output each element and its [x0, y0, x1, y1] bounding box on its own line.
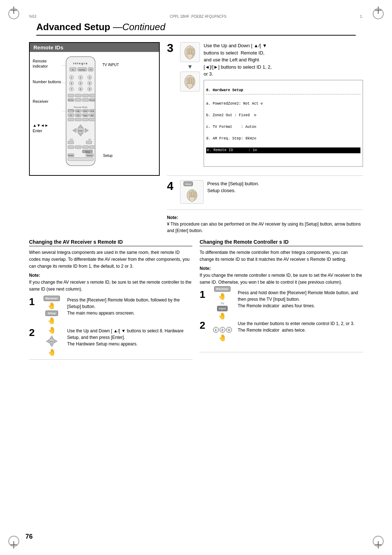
step4-hand-svg: Setup [182, 181, 202, 203]
svg-text:Standby: Standby [79, 69, 86, 71]
remote-ids-section: Remote IDs Remote indicator Number butto… [29, 42, 160, 234]
svg-text:CBL: CBL [76, 110, 80, 112]
svg-text:2: 2 [80, 76, 81, 79]
svg-text:DVD: DVD [83, 110, 87, 112]
svg-text:Tape: Tape [83, 114, 87, 117]
remote-step1-img: Receiver 🤚 TV Input 🤚 [211, 289, 234, 317]
svg-text:CH: CH [88, 138, 91, 141]
svg-rect-69 [82, 146, 89, 149]
section-title: Advanced Setup —Continued [36, 21, 356, 36]
step3-hand-images: ▼ [180, 42, 200, 92]
svg-text:Muting: Muting [87, 154, 92, 157]
divider-3-4 [167, 175, 363, 176]
svg-text:5: 5 [80, 82, 81, 85]
svg-marker-96 [50, 344, 54, 347]
note-top-text: ¥ This procedure can also be performed o… [167, 221, 363, 234]
svg-text:On: On [72, 69, 74, 71]
svg-text:9: 9 [89, 88, 90, 90]
svg-text:VCR: VCR [90, 110, 94, 112]
step4-text: Press the [Setup] button. Setup closes. [207, 180, 363, 194]
svg-text:CD: CD [77, 114, 79, 117]
lower-left: Changing the AV Receiver s Remote ID Whe… [29, 239, 192, 360]
page-number: 76 [25, 533, 33, 540]
step3-hand-svg-bottom [182, 73, 198, 91]
svg-rect-87 [189, 77, 191, 84]
svg-rect-32 [75, 98, 81, 101]
changing-remote-title: Changing the Remote Controller s ID [200, 239, 363, 246]
svg-text:MD: MD [91, 114, 94, 117]
step3-hand-svg-top [182, 43, 198, 61]
svg-text:3: 3 [89, 76, 90, 79]
number-buttons: 1 2 3 [213, 327, 232, 333]
svg-rect-70 [89, 146, 95, 149]
av-step2-img: 🤚 Enter 🤚 [40, 328, 64, 355]
label-number-buttons: Number buttons [33, 79, 62, 84]
num-btn-1: 1 [213, 327, 219, 333]
svg-rect-55 [82, 118, 89, 121]
svg-text:TV: TV [90, 69, 92, 71]
svg-rect-53 [68, 118, 74, 121]
lower-right-bottom-divider [200, 352, 363, 352]
svg-line-78 [62, 63, 66, 66]
step3-menu: 8. Hardware Setup a. PoweredZone2: Not A… [204, 80, 363, 167]
num-btn-2: 2 [220, 327, 225, 333]
label-remote-indicator: Remote indicator [33, 58, 62, 69]
lower-left-bottom-divider [29, 359, 192, 360]
svg-text:Rcvr: Rcvr [69, 110, 73, 112]
num-btn-3: 3 [226, 327, 232, 333]
header-right: 1. [360, 15, 363, 19]
svg-text:TV On: TV On [68, 99, 74, 101]
svg-text:TV CH: TV CH [90, 99, 95, 101]
svg-rect-29 [89, 94, 95, 97]
divider-after-4 [167, 210, 363, 210]
remote-step2-text: Use the number buttons to enter remote c… [238, 320, 363, 333]
step3-number: 3 [167, 42, 176, 170]
step3-text-area: Use the Up and Down [ ▲/[ ▼ buttons to s… [204, 42, 363, 167]
svg-text:VOL: VOL [70, 138, 73, 141]
changing-av-body: When several Integra components are used… [29, 249, 192, 270]
svg-text:1: 1 [71, 76, 72, 79]
svg-rect-66 [86, 141, 92, 144]
changing-remote-note: Note: If you change the remote controlle… [200, 265, 363, 286]
remote-step2-img: 1 2 3 🤚 [211, 320, 234, 348]
setup-label: Setup [103, 154, 113, 158]
svg-marker-95 [50, 336, 54, 339]
svg-rect-33 [82, 98, 89, 101]
svg-rect-27 [75, 94, 81, 97]
remote-step1: 1 Receiver 🤚 TV Input 🤚 Press and hold d… [200, 289, 363, 317]
step3-text: Use the Up and Down [ ▲/[ ▼ buttons to s… [204, 42, 363, 78]
svg-rect-92 [189, 192, 191, 197]
step4-number: 4 [167, 180, 176, 204]
remote-ids-box: Remote IDs Remote indicator Number butto… [29, 42, 160, 176]
svg-text:Stndby: Stndby [68, 154, 74, 157]
label-receiver: Receiver [33, 99, 62, 104]
svg-rect-54 [75, 118, 81, 121]
svg-marker-97 [46, 339, 49, 343]
svg-text:8: 8 [80, 88, 81, 90]
svg-rect-77 [68, 158, 93, 161]
svg-text:Setup: Setup [185, 183, 191, 185]
remote-svg: Integra On Standby TV 1 [62, 55, 101, 171]
remote-step1-text: Press and hold down the [Receiver] Remot… [238, 289, 363, 309]
lower-right: Changing the Remote Controller s ID To d… [200, 239, 363, 360]
remote-step2: 2 1 2 3 🤚 Use the number buttons to ente… [200, 320, 363, 348]
svg-rect-67 [68, 146, 74, 149]
svg-rect-83 [189, 48, 191, 55]
svg-text:7: 7 [71, 88, 72, 90]
step3-block: 3 [167, 42, 363, 170]
svg-rect-65 [68, 141, 74, 144]
tv-input-label: TV INPUT [102, 63, 119, 67]
av-step2-dpad: Enter [45, 335, 58, 348]
remote-diagram: Remote indicator Number buttons Receiver… [33, 55, 113, 172]
svg-rect-68 [75, 146, 81, 149]
label-arrows-enter: ▲▼◄► Enter [33, 118, 62, 133]
svg-rect-26 [68, 94, 74, 97]
svg-text:Setup: Setup [85, 151, 90, 153]
svg-text:Integra: Integra [73, 62, 88, 65]
changing-av-note: Note: If you change the AV receiver s re… [29, 272, 192, 293]
svg-text:4: 4 [71, 82, 72, 85]
svg-rect-93 [192, 191, 193, 197]
svg-text:TV: TV [70, 114, 72, 117]
changing-av-title: Changing the AV Receiver s Remote ID [29, 239, 192, 246]
av-step1-img: Receiver 🤚 Setup 🤚 [40, 297, 64, 324]
